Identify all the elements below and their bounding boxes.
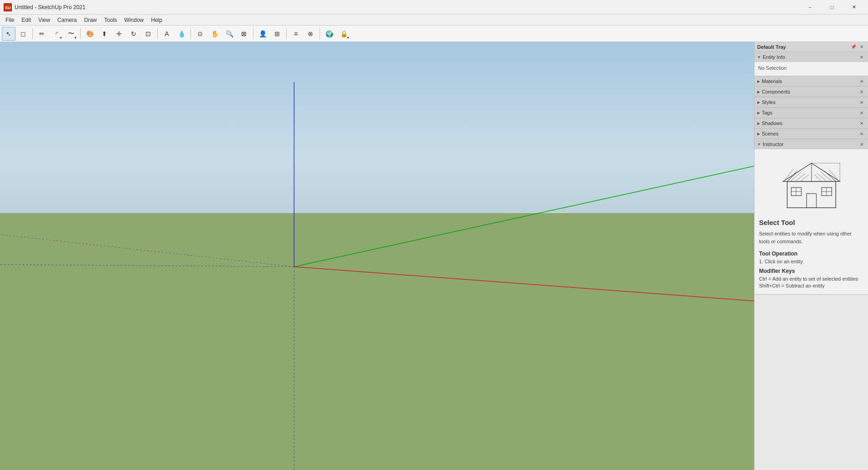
toolbar-separator bbox=[286, 28, 287, 39]
menu-item-draw[interactable]: Draw bbox=[81, 15, 101, 25]
shadows-controls: ✕ bbox=[858, 120, 865, 127]
tool-section[interactable]: ⊞ bbox=[270, 27, 284, 41]
tray-header: Default Tray 📌 ✕ bbox=[754, 42, 868, 52]
menu-item-edit[interactable]: Edit bbox=[18, 15, 35, 25]
scenes-arrow: ▶ bbox=[757, 132, 760, 136]
tool-pushpull[interactable]: ⬆ bbox=[98, 27, 111, 41]
svg-rect-2 bbox=[787, 182, 836, 208]
tool-geo[interactable]: 🌍 bbox=[322, 27, 336, 41]
scenes-controls: ✕ bbox=[858, 130, 865, 137]
tray-pin-button[interactable]: 📌 bbox=[850, 43, 857, 51]
materials-section: ▶ Materials ✕ bbox=[754, 76, 868, 87]
tool-camera2[interactable]: ⊗ bbox=[304, 27, 317, 41]
components-arrow: ▶ bbox=[757, 90, 760, 94]
tool-orbit[interactable]: ⊙ bbox=[193, 27, 207, 41]
tool-paint[interactable]: 🎨 bbox=[83, 27, 97, 41]
tool-zoom-extents[interactable]: ⊠ bbox=[237, 27, 251, 41]
viewport-canvas bbox=[0, 42, 754, 470]
menu-item-help[interactable]: Help bbox=[147, 15, 166, 25]
tool-walkthr[interactable]: 👤 bbox=[256, 27, 269, 41]
tags-close-button[interactable]: ✕ bbox=[858, 109, 865, 116]
styles-arrow: ▶ bbox=[757, 100, 760, 104]
components-close-button[interactable]: ✕ bbox=[858, 88, 865, 95]
restore-button[interactable]: □ bbox=[822, 0, 842, 15]
tool-select[interactable]: ↖ bbox=[2, 27, 16, 41]
right-panel: Default Tray 📌 ✕ ▼ Entity Info ✕ bbox=[754, 42, 868, 470]
tool-freehand[interactable]: 〜▼ bbox=[64, 27, 78, 41]
panel-scroll[interactable]: ▼ Entity Info ✕ No Selection ▶ Materials bbox=[754, 52, 868, 470]
tool-offset[interactable]: ⊡ bbox=[141, 27, 155, 41]
components-header[interactable]: ▶ Components ✕ bbox=[754, 87, 868, 97]
dropdown-arrow: ▼ bbox=[59, 36, 62, 39]
entity-info-arrow: ▼ bbox=[757, 55, 761, 59]
entity-info-header[interactable]: ▼ Entity Info ✕ bbox=[754, 52, 868, 62]
tool-arc[interactable]: ◜▼ bbox=[50, 27, 63, 41]
menu-item-tools[interactable]: Tools bbox=[101, 15, 121, 25]
instructor-section: ▼ Instructor ✕ bbox=[754, 139, 868, 295]
toolbar-separator bbox=[80, 28, 81, 39]
app-icon: SU bbox=[4, 3, 12, 11]
tags-controls: ✕ bbox=[858, 109, 865, 116]
toolbar-separator bbox=[320, 28, 320, 39]
modifier-key-1: Shift+Ctrl = Subtract an entity bbox=[759, 283, 863, 288]
tool-text[interactable]: A bbox=[160, 27, 174, 41]
shadows-header[interactable]: ▶ Shadows ✕ bbox=[754, 118, 868, 128]
entity-info-controls: ✕ bbox=[858, 53, 865, 61]
styles-controls: ✕ bbox=[858, 99, 865, 106]
materials-close-button[interactable]: ✕ bbox=[858, 78, 865, 85]
tags-arrow: ▶ bbox=[757, 111, 760, 115]
menu-item-view[interactable]: View bbox=[35, 15, 54, 25]
instructor-content: Select Tool Select entities to modify wh… bbox=[754, 149, 868, 294]
minimize-button[interactable]: − bbox=[800, 0, 821, 15]
menu-item-file[interactable]: File bbox=[2, 15, 18, 25]
materials-arrow: ▶ bbox=[757, 79, 760, 84]
toolbar-separator bbox=[191, 28, 191, 39]
tags-header[interactable]: ▶ Tags ✕ bbox=[754, 108, 868, 118]
entity-info-content: No Selection bbox=[754, 62, 868, 76]
window-title: Untitled - SketchUp Pro 2021 bbox=[15, 4, 800, 10]
shadows-section: ▶ Shadows ✕ bbox=[754, 118, 868, 129]
entity-info-close-button[interactable]: ✕ bbox=[858, 53, 865, 61]
menu-item-camera[interactable]: Camera bbox=[54, 15, 81, 25]
modifier-keys-list: Ctrl = Add an entity to set of selected … bbox=[759, 276, 863, 288]
scenes-header[interactable]: ▶ Scenes ✕ bbox=[754, 129, 868, 139]
svg-rect-20 bbox=[806, 193, 816, 208]
tool-layers[interactable]: ≡ bbox=[289, 27, 303, 41]
tool-move[interactable]: ✛ bbox=[112, 27, 126, 41]
tray-close-button[interactable]: ✕ bbox=[858, 43, 865, 51]
tool-zoom[interactable]: 🔍 bbox=[222, 27, 236, 41]
modifier-keys-title: Modifier Keys bbox=[759, 268, 863, 274]
modifier-key-0: Ctrl = Add an entity to set of selected … bbox=[759, 276, 863, 282]
select-tool-desc: Select entities to modify when using oth… bbox=[759, 230, 863, 245]
menu-item-window[interactable]: Window bbox=[121, 15, 148, 25]
shadows-title: Shadows bbox=[762, 120, 782, 126]
tool-rotate[interactable]: ↻ bbox=[127, 27, 140, 41]
shadows-close-button[interactable]: ✕ bbox=[858, 120, 865, 127]
svg-line-10 bbox=[795, 173, 805, 182]
tray-controls: 📌 ✕ bbox=[850, 43, 865, 51]
tool-lock[interactable]: 🔒▼ bbox=[337, 27, 351, 41]
svg-line-7 bbox=[785, 169, 793, 179]
tool-operation-title: Tool Operation bbox=[759, 251, 863, 257]
materials-title: Materials bbox=[762, 78, 782, 84]
title-bar: SU Untitled - SketchUp Pro 2021 − □ ✕ bbox=[0, 0, 868, 15]
svg-line-11 bbox=[801, 174, 809, 181]
tool-pan[interactable]: ✋ bbox=[208, 27, 222, 41]
entity-info-section: ▼ Entity Info ✕ No Selection bbox=[754, 52, 868, 76]
scenes-close-button[interactable]: ✕ bbox=[858, 130, 865, 137]
viewport[interactable] bbox=[0, 42, 754, 470]
close-button[interactable]: ✕ bbox=[843, 0, 864, 15]
styles-header[interactable]: ▶ Styles ✕ bbox=[754, 97, 868, 107]
tool-pencil[interactable]: ✏ bbox=[35, 27, 49, 41]
tray-title: Default Tray bbox=[757, 44, 786, 50]
styles-close-button[interactable]: ✕ bbox=[858, 99, 865, 106]
instructor-close-button[interactable]: ✕ bbox=[858, 141, 865, 148]
tags-title: Tags bbox=[762, 110, 772, 115]
instructor-header[interactable]: ▼ Instructor ✕ bbox=[754, 139, 868, 149]
materials-header[interactable]: ▶ Materials ✕ bbox=[754, 76, 868, 86]
no-selection-text: No Selection bbox=[758, 65, 786, 71]
tool-sample[interactable]: 💧 bbox=[175, 27, 188, 41]
toolbar-separator bbox=[253, 28, 253, 39]
window-controls: − □ ✕ bbox=[800, 0, 864, 15]
tool-eraser[interactable]: ◻ bbox=[16, 27, 30, 41]
